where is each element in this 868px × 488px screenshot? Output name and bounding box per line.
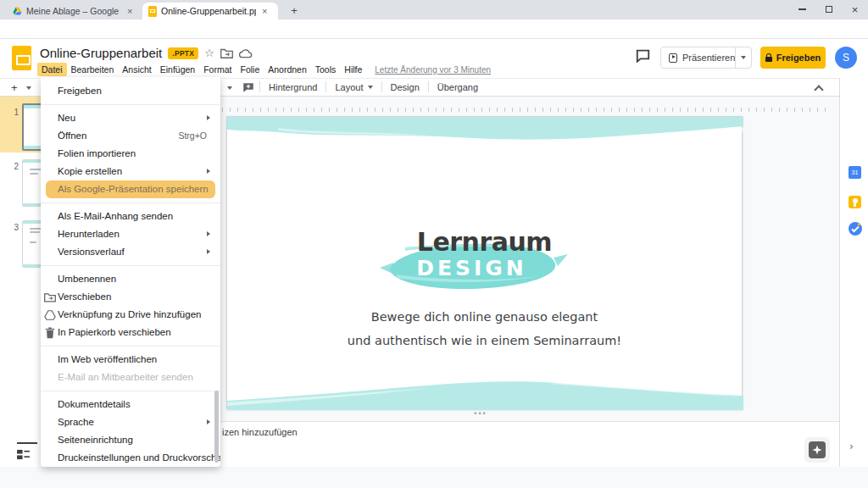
star-document-icon[interactable]: ☆ (204, 47, 214, 59)
file-menu-item-versionsverlauf[interactable]: Versionsverlauf (41, 243, 220, 261)
cloud-status-icon[interactable] (239, 48, 253, 58)
side-panel: 31 › (839, 78, 868, 467)
horizontal-ruler (222, 102, 829, 112)
menu-hilfe[interactable]: Hilfe (340, 63, 366, 76)
menu-separator (41, 265, 220, 266)
present-label: Präsentieren (682, 53, 735, 63)
file-menu-item-herunterladen[interactable]: Herunterladen (41, 225, 220, 243)
browser-tab-drive[interactable]: Meine Ablage – Google Drive × (7, 3, 142, 19)
explore-button[interactable] (804, 437, 830, 463)
calendar-icon[interactable]: 31 (849, 166, 861, 179)
minimize-icon[interactable] (789, 0, 815, 19)
slides-favicon (148, 6, 157, 17)
file-menu-item-neu[interactable]: Neu (41, 109, 220, 127)
browser-tab-slides[interactable]: Online-Gruppenarbeit.pptx - Go × (142, 3, 278, 19)
present-options-caret[interactable] (735, 47, 751, 68)
transition-button[interactable]: Übergang (429, 82, 487, 92)
menu-bar: Datei Bearbeiten Ansicht Einfügen Format… (37, 62, 491, 77)
file-menu-item-papierkorb[interactable]: In Papierkorb verschieben (41, 324, 220, 341)
layout-caret-icon (368, 86, 373, 89)
present-play-icon (669, 53, 677, 63)
close-tab-icon[interactable]: × (127, 6, 132, 16)
present-button[interactable]: Präsentieren (660, 47, 752, 69)
title-row: Online-Gruppenarbeit .PPTX ☆ (40, 44, 253, 62)
last-change-link[interactable]: Letzte Änderung vor 3 Minuten (375, 65, 491, 75)
slide-body-text[interactable]: Bewege dich online genauso elegant und a… (227, 305, 742, 352)
maximize-icon[interactable] (815, 0, 842, 19)
screen: Meine Ablage – Google Drive × Online-Gru… (0, 0, 868, 488)
browser-address-bar: ← → ↻ docs.google.com/presentation/d/1iQ… (0, 19, 868, 39)
slide-number: 2 (9, 162, 19, 171)
submenu-arrow-icon (207, 419, 210, 424)
keep-icon[interactable] (849, 196, 861, 208)
tab-title: Meine Ablage – Google Drive (26, 6, 121, 16)
filmstrip-view-icon[interactable] (17, 449, 30, 460)
tab-title: Online-Gruppenarbeit.pptx - Go (161, 6, 256, 16)
notes-drag-handle[interactable]: ••• (454, 409, 507, 418)
menu-separator (41, 104, 220, 105)
menu-separator (41, 346, 220, 347)
file-menu-item-dokumentdetails[interactable]: Dokumentdetails (41, 396, 220, 413)
new-slide-button[interactable]: + (11, 81, 18, 94)
add-comment-icon[interactable] (242, 82, 254, 93)
submenu-arrow-icon (207, 249, 210, 254)
submenu-arrow-icon (207, 115, 210, 120)
menu-folie[interactable]: Folie (236, 63, 264, 76)
file-menu-item-druckeinstellungen[interactable]: Druckeinstellungen und Druckvorschau (41, 449, 220, 467)
slide-canvas[interactable]: Lernraum DESIGN Bewege dich online genau… (226, 116, 743, 409)
comment-history-icon[interactable] (636, 49, 650, 63)
toolbar-buttons: Hintergrund Layout Design Übergang (259, 78, 487, 96)
menu-ansicht[interactable]: Ansicht (118, 63, 155, 76)
submenu-arrow-icon (207, 169, 210, 174)
file-menu-item-sprache[interactable]: Sprache (41, 413, 220, 431)
layout-button[interactable]: Layout (326, 82, 381, 92)
file-menu-item-als-google-praesentation-speichern[interactable]: Als Google-Präsentation speichern (46, 180, 215, 198)
share-button[interactable]: Freigeben (760, 47, 826, 69)
pptx-badge: .PPTX (168, 47, 198, 59)
divider (17, 442, 37, 444)
share-label: Freigeben (776, 53, 821, 63)
file-menu-item-email-anhang[interactable]: Als E-Mail-Anhang senden (41, 208, 220, 225)
new-tab-button[interactable]: + (287, 3, 302, 19)
browser-tab-strip: Meine Ablage – Google Drive × Online-Gru… (0, 0, 868, 19)
file-menu-item-oeffnen[interactable]: ÖffnenStrg+O (41, 127, 220, 145)
covered-toolbar-caret-icon[interactable] (227, 86, 232, 90)
drive-favicon (13, 7, 22, 15)
menu-bearbeiten[interactable]: Bearbeiten (67, 63, 119, 76)
file-menu-item-drive-verknuepfung[interactable]: Verknüpfung zu Drive hinzufügen (41, 306, 220, 324)
background-button[interactable]: Hintergrund (260, 82, 326, 92)
tasks-icon[interactable] (849, 222, 862, 236)
file-menu-item-email-mitbearbeiter: E-Mail an Mitbearbeiter senden (41, 369, 220, 386)
file-menu-item-seiteneinrichtung[interactable]: Seiteneinrichtung (41, 431, 220, 449)
move-to-folder-icon[interactable] (220, 48, 233, 58)
file-menu-dropdown: Freigeben Neu ÖffnenStrg+O Folien import… (41, 77, 220, 467)
menu-anordnen[interactable]: Anordnen (264, 63, 311, 76)
file-menu-item-kopie-erstellen[interactable]: Kopie erstellen (41, 163, 220, 180)
file-menu-item-folien-importieren[interactable]: Folien importieren (41, 145, 220, 163)
file-menu-item-freigeben[interactable]: Freigeben (41, 82, 220, 100)
submenu-arrow-icon (207, 231, 210, 236)
menu-datei[interactable]: Datei (37, 63, 67, 76)
drive-icon (44, 309, 56, 321)
window-controls: × (789, 0, 868, 19)
file-menu-item-umbenennen[interactable]: Umbenennen (41, 270, 220, 288)
close-window-icon[interactable]: × (842, 0, 868, 19)
menu-format[interactable]: Format (199, 63, 236, 76)
slide-subtitle-text[interactable]: DESIGN (214, 256, 729, 280)
new-slide-caret-icon[interactable] (26, 86, 31, 90)
explore-icon (809, 441, 826, 458)
menu-einfuegen[interactable]: Einfügen (156, 63, 199, 76)
menu-scrollbar[interactable] (214, 391, 219, 463)
slides-logo[interactable] (12, 46, 31, 70)
account-avatar[interactable]: S (835, 47, 857, 69)
slide-title-text[interactable]: Lernraum (227, 227, 742, 257)
file-menu-item-verschieben[interactable]: Verschieben (41, 288, 220, 306)
design-button[interactable]: Design (382, 82, 428, 92)
file-menu-item-im-web-veroeffentlichen[interactable]: Im Web veröffentlichen (41, 351, 220, 369)
menu-tools[interactable]: Tools (311, 63, 341, 76)
document-title[interactable]: Online-Gruppenarbeit (40, 46, 162, 60)
folder-move-icon (44, 291, 56, 303)
close-tab-icon[interactable]: × (262, 6, 267, 16)
expand-panel-chevron-icon[interactable]: › (849, 441, 854, 452)
slide-number: 3 (9, 223, 19, 232)
